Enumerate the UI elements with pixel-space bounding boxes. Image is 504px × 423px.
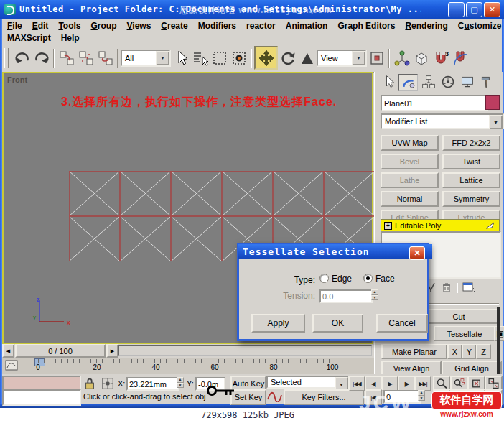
angle-snap-icon[interactable] xyxy=(450,48,470,68)
make-planar-x-button[interactable]: X xyxy=(447,344,462,359)
dropdown-arrow-icon[interactable]: ▼ xyxy=(156,51,169,65)
menu-graph-editors[interactable]: Graph Editors xyxy=(332,20,400,32)
tab-create-icon[interactable] xyxy=(379,74,397,90)
radio-edge[interactable]: Edge xyxy=(319,274,352,284)
modifier-button-ffd-2x2x2[interactable]: FFD 2x2x2 xyxy=(442,135,500,151)
tab-modify-icon[interactable] xyxy=(398,74,418,91)
modifier-button-lathe[interactable]: Lathe xyxy=(381,172,439,188)
tension-spinner[interactable]: ▲▼ xyxy=(371,289,378,300)
apply-button[interactable]: Apply xyxy=(251,314,305,333)
frame-forward-icon[interactable]: ▶ xyxy=(106,344,118,358)
radio-icon[interactable] xyxy=(363,274,373,283)
select-and-rotate-icon[interactable] xyxy=(278,48,297,68)
cancel-button[interactable]: Cancel xyxy=(376,314,428,333)
track-bar[interactable]: 020406080100 xyxy=(2,358,374,375)
select-and-scale-icon[interactable] xyxy=(297,48,317,68)
select-by-name-icon[interactable] xyxy=(190,48,210,68)
dialog-titlebar[interactable]: Tessellate Selection xyxy=(238,244,432,259)
time-slider-button[interactable]: 0 / 100 xyxy=(15,344,106,358)
modifier-button-bevel[interactable]: Bevel xyxy=(381,154,439,169)
rectangular-selection-icon[interactable] xyxy=(210,48,229,68)
go-to-start-icon[interactable]: |◀◀ xyxy=(348,376,365,391)
ok-button[interactable]: OK xyxy=(312,314,363,333)
dialog-close-icon[interactable]: ✕ xyxy=(409,246,425,260)
remove-modifier-icon[interactable] xyxy=(441,282,452,294)
bind-to-spacewarp-icon[interactable] xyxy=(95,48,115,68)
redo-icon[interactable] xyxy=(32,48,51,68)
make-planar-z-button[interactable]: Z xyxy=(476,344,491,359)
menu-create[interactable]: Create xyxy=(156,20,192,32)
menu-modifiers[interactable]: Modifiers xyxy=(193,20,241,32)
maxscript-listener-white[interactable] xyxy=(2,389,81,406)
toolbar-handle[interactable] xyxy=(4,48,9,68)
select-and-move-icon[interactable] xyxy=(254,46,278,70)
x-spinner[interactable]: ▲▼ xyxy=(177,377,184,388)
tab-display-icon[interactable] xyxy=(458,74,476,90)
menu-customize[interactable]: Customize xyxy=(453,20,504,32)
menu-file[interactable]: File xyxy=(2,20,27,32)
set-key-big-icon[interactable] xyxy=(206,382,236,401)
select-object-icon[interactable] xyxy=(171,48,190,68)
play-animation-icon[interactable]: ▶ xyxy=(381,376,398,391)
dropdown-arrow-icon[interactable]: ▼ xyxy=(489,115,503,129)
modifier-button-normal[interactable]: Normal xyxy=(381,191,439,207)
tab-utilities-icon[interactable] xyxy=(477,74,495,90)
tab-motion-icon[interactable] xyxy=(439,74,457,90)
window-crossing-icon[interactable] xyxy=(229,48,248,68)
select-and-manipulate-icon[interactable] xyxy=(392,48,411,68)
tension-field[interactable]: 0.0 xyxy=(319,289,373,303)
expand-icon[interactable]: + xyxy=(384,222,392,230)
select-and-link-icon[interactable] xyxy=(57,48,76,68)
key-filter-curve-icon[interactable] xyxy=(266,391,282,404)
menu-views[interactable]: Views xyxy=(122,20,157,32)
key-mode-toggle-icon[interactable]: |◀| xyxy=(365,389,382,405)
object-name-field[interactable]: Plane01 xyxy=(381,95,488,111)
view-align-button[interactable]: View Align xyxy=(381,361,442,376)
menu-animation[interactable]: Animation xyxy=(281,20,333,32)
selection-lock-icon[interactable] xyxy=(83,377,96,391)
viewport-label[interactable]: Front xyxy=(7,75,27,84)
menu-edit[interactable]: Edit xyxy=(27,20,54,32)
frame-back-icon[interactable]: ◀ xyxy=(2,344,14,358)
menu-tools[interactable]: Tools xyxy=(53,20,85,32)
key-filters-button[interactable]: Key Filters... xyxy=(284,389,364,405)
tessellate-button[interactable]: Tessellate xyxy=(434,326,495,341)
dropdown-arrow-icon[interactable]: ▼ xyxy=(352,51,365,65)
mini-curve-editor-icon[interactable] xyxy=(5,360,18,371)
make-planar-y-button[interactable]: Y xyxy=(462,344,477,359)
time-slider-track[interactable] xyxy=(118,345,372,356)
cut-button[interactable]: Cut xyxy=(418,309,500,324)
keyboard-override-icon[interactable] xyxy=(411,48,431,68)
menu-maxscript[interactable]: MAXScript xyxy=(2,32,56,44)
grid-align-button[interactable]: Grid Align xyxy=(442,361,502,376)
radio-icon[interactable] xyxy=(319,274,329,283)
use-pivot-center-icon[interactable] xyxy=(367,48,386,68)
modifier-stack-active-item[interactable]: + Editable Poly xyxy=(381,219,500,232)
minimize-button[interactable]: _ xyxy=(448,2,465,17)
modifier-button-uvw-map[interactable]: UVW Map xyxy=(381,135,439,151)
x-coordinate-field[interactable]: 23.221mm xyxy=(126,377,179,391)
go-to-end-icon[interactable]: ▶▶| xyxy=(414,376,431,391)
radio-face[interactable]: Face xyxy=(363,274,395,284)
tab-hierarchy-icon[interactable] xyxy=(419,74,437,90)
selection-filter-dropdown[interactable]: All ▼ xyxy=(121,50,171,67)
menu-group[interactable]: Group xyxy=(86,20,122,32)
modifier-button-lattice[interactable]: Lattice xyxy=(442,172,500,188)
modifier-list-dropdown[interactable]: Modifier List ▼ xyxy=(381,113,504,129)
next-frame-icon[interactable]: |▶ xyxy=(398,376,415,391)
close-button[interactable]: ✕ xyxy=(484,2,500,17)
menu-reactor[interactable]: reactor xyxy=(241,20,281,32)
modifier-button-symmetry[interactable]: Symmetry xyxy=(442,191,500,207)
maximize-button[interactable]: ▢ xyxy=(466,2,482,17)
unlink-selection-icon[interactable] xyxy=(76,48,95,68)
reference-coordinate-dropdown[interactable]: View ▼ xyxy=(317,50,367,67)
time-spinner[interactable]: ▲▼ xyxy=(418,390,425,401)
make-planar-button[interactable]: Make Planar xyxy=(381,344,447,359)
configure-modifier-sets-icon[interactable] xyxy=(462,282,475,294)
menu-rendering[interactable]: Rendering xyxy=(400,20,452,32)
modifier-button-twist[interactable]: Twist xyxy=(442,154,500,169)
undo-icon[interactable] xyxy=(12,48,32,68)
current-time-field[interactable]: 0 xyxy=(383,390,421,404)
menu-help[interactable]: Help xyxy=(56,32,85,44)
selection-set-dropdown[interactable]: Selected ▼ xyxy=(266,376,350,389)
